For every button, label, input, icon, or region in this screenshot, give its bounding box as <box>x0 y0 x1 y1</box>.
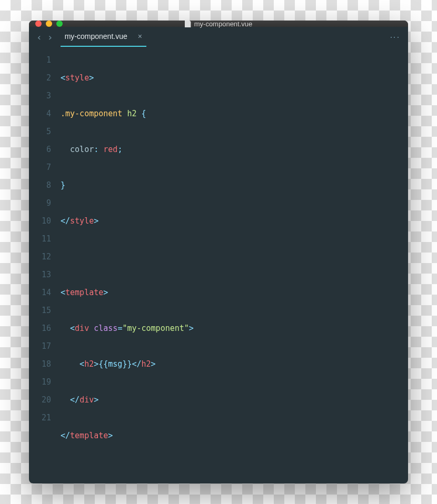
maximize-window-button[interactable] <box>56 21 63 27</box>
code-line: <template> <box>61 284 408 301</box>
code-line: </template> <box>61 427 408 445</box>
code-line: </div> <box>61 391 408 409</box>
titlebar-title: my-component.vue <box>185 21 253 28</box>
line-number: 1 <box>29 51 51 69</box>
tab-close-button[interactable]: × <box>138 32 142 41</box>
line-number: 10 <box>29 212 51 230</box>
line-number: 11 <box>29 230 51 248</box>
line-number: 6 <box>29 140 51 158</box>
code-line <box>61 462 408 480</box>
titlebar-filename: my-component.vue <box>194 21 253 28</box>
line-number: 20 <box>29 391 51 409</box>
line-number: 4 <box>29 105 51 123</box>
line-number: 21 <box>29 409 51 427</box>
line-number: 15 <box>29 301 51 319</box>
line-number: 13 <box>29 266 51 284</box>
tab-bar: ‹ › my-component.vue × ⋮ <box>29 27 408 47</box>
line-number: 2 <box>29 69 51 87</box>
code-line: </style> <box>61 212 408 230</box>
code-line: .my-component h2 { <box>61 105 408 123</box>
code-content[interactable]: <style> .my-component h2 { color: red; }… <box>61 51 408 483</box>
code-line: color: red; <box>61 140 408 158</box>
traffic-lights <box>35 21 63 27</box>
line-number: 18 <box>29 355 51 373</box>
nav-back-button[interactable]: ‹ <box>36 32 42 43</box>
line-number: 3 <box>29 87 51 105</box>
editor-window: my-component.vue ‹ › my-component.vue × … <box>29 21 408 483</box>
code-line: } <box>61 176 408 194</box>
titlebar: my-component.vue <box>29 21 408 27</box>
more-menu-icon[interactable]: ⋮ <box>390 33 401 41</box>
line-number: 17 <box>29 337 51 355</box>
file-icon <box>185 21 191 27</box>
minimize-window-button[interactable] <box>46 21 52 27</box>
editor-area[interactable]: 1 2 3 4 5 6 7 8 9 10 11 12 13 14 15 16 1… <box>29 47 408 483</box>
code-line <box>61 248 408 266</box>
line-number: 9 <box>29 194 51 212</box>
line-number: 8 <box>29 176 51 194</box>
line-number: 7 <box>29 158 51 176</box>
tab-active[interactable]: my-component.vue × <box>61 32 146 47</box>
line-number: 12 <box>29 248 51 266</box>
nav-forward-button[interactable]: › <box>47 32 53 43</box>
nav-arrows: ‹ › <box>36 32 53 43</box>
close-window-button[interactable] <box>35 21 42 27</box>
code-line: <style> <box>61 69 408 87</box>
code-line: <div class="my-component"> <box>61 319 408 337</box>
line-number: 14 <box>29 284 51 301</box>
code-line: <h2>{{msg}}</h2> <box>61 355 408 373</box>
line-number: 5 <box>29 123 51 140</box>
tab-label: my-component.vue <box>65 32 127 41</box>
line-number-gutter: 1 2 3 4 5 6 7 8 9 10 11 12 13 14 15 16 1… <box>29 51 61 483</box>
line-number: 16 <box>29 319 51 337</box>
line-number: 19 <box>29 373 51 391</box>
